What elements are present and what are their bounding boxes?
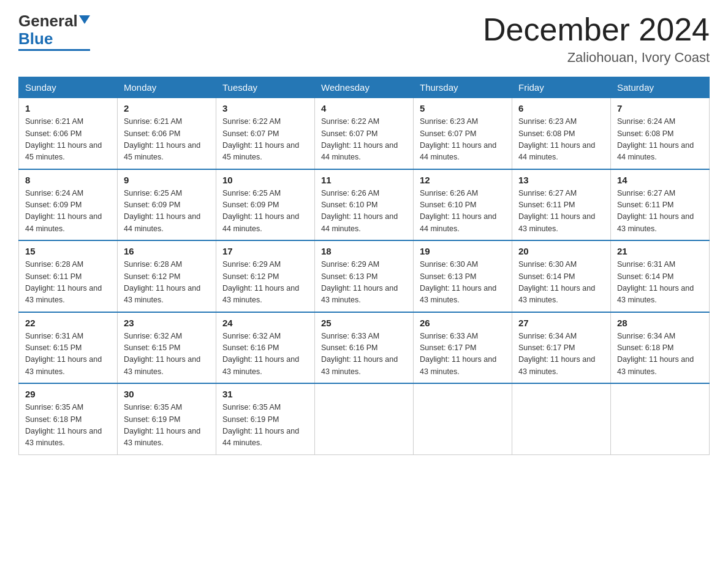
- calendar-cell: 30Sunrise: 6:35 AMSunset: 6:19 PMDayligh…: [118, 383, 216, 454]
- day-info: Sunrise: 6:32 AMSunset: 6:16 PMDaylight:…: [222, 331, 308, 378]
- header-sunday: Sunday: [19, 77, 118, 98]
- calendar-cell: 31Sunrise: 6:35 AMSunset: 6:19 PMDayligh…: [216, 383, 315, 454]
- calendar-cell: 5Sunrise: 6:23 AMSunset: 6:07 PMDaylight…: [414, 98, 512, 169]
- calendar-cell: 16Sunrise: 6:28 AMSunset: 6:12 PMDayligh…: [118, 240, 216, 312]
- calendar-week-row: 1Sunrise: 6:21 AMSunset: 6:06 PMDaylight…: [19, 98, 710, 169]
- day-info: Sunrise: 6:27 AMSunset: 6:11 PMDaylight:…: [617, 188, 703, 236]
- calendar-week-row: 22Sunrise: 6:31 AMSunset: 6:15 PMDayligh…: [19, 312, 710, 384]
- calendar-cell: 29Sunrise: 6:35 AMSunset: 6:18 PMDayligh…: [19, 383, 118, 454]
- calendar-week-row: 29Sunrise: 6:35 AMSunset: 6:18 PMDayligh…: [19, 383, 710, 454]
- day-info: Sunrise: 6:30 AMSunset: 6:14 PMDaylight:…: [518, 259, 604, 307]
- day-info: Sunrise: 6:29 AMSunset: 6:12 PMDaylight:…: [222, 259, 308, 307]
- day-info: Sunrise: 6:31 AMSunset: 6:15 PMDaylight:…: [25, 331, 111, 378]
- calendar-cell: 10Sunrise: 6:25 AMSunset: 6:09 PMDayligh…: [216, 169, 315, 241]
- day-number: 28: [617, 318, 703, 328]
- day-number: 12: [420, 175, 506, 185]
- day-info: Sunrise: 6:34 AMSunset: 6:18 PMDaylight:…: [617, 331, 703, 378]
- day-info: Sunrise: 6:22 AMSunset: 6:07 PMDaylight:…: [222, 116, 308, 164]
- calendar-cell: 2Sunrise: 6:21 AMSunset: 6:06 PMDaylight…: [118, 98, 216, 169]
- day-number: 8: [25, 175, 111, 185]
- day-info: Sunrise: 6:29 AMSunset: 6:13 PMDaylight:…: [321, 259, 407, 307]
- logo-triangle-icon: [79, 15, 90, 24]
- day-number: 13: [518, 175, 604, 185]
- day-number: 22: [25, 318, 111, 328]
- day-number: 4: [321, 103, 407, 113]
- calendar-cell: 12Sunrise: 6:26 AMSunset: 6:10 PMDayligh…: [414, 169, 512, 241]
- day-info: Sunrise: 6:23 AMSunset: 6:07 PMDaylight:…: [420, 116, 506, 164]
- day-info: Sunrise: 6:26 AMSunset: 6:10 PMDaylight:…: [420, 188, 506, 236]
- page-header: General Blue December 2024 Zaliohouan, I…: [18, 12, 710, 66]
- day-info: Sunrise: 6:35 AMSunset: 6:19 PMDaylight:…: [124, 402, 210, 450]
- calendar-cell: 19Sunrise: 6:30 AMSunset: 6:13 PMDayligh…: [414, 240, 512, 312]
- calendar-cell: 4Sunrise: 6:22 AMSunset: 6:07 PMDaylight…: [315, 98, 414, 169]
- day-number: 17: [222, 246, 308, 256]
- logo-underline: [18, 49, 90, 51]
- calendar-cell: 6Sunrise: 6:23 AMSunset: 6:08 PMDaylight…: [512, 98, 611, 169]
- day-number: 15: [25, 246, 111, 256]
- calendar-cell: 18Sunrise: 6:29 AMSunset: 6:13 PMDayligh…: [315, 240, 414, 312]
- day-number: 24: [222, 318, 308, 328]
- calendar-cell: 14Sunrise: 6:27 AMSunset: 6:11 PMDayligh…: [611, 169, 710, 241]
- calendar-cell: 23Sunrise: 6:32 AMSunset: 6:15 PMDayligh…: [118, 312, 216, 384]
- calendar-cell: 15Sunrise: 6:28 AMSunset: 6:11 PMDayligh…: [19, 240, 118, 312]
- header-saturday: Saturday: [611, 77, 710, 98]
- day-info: Sunrise: 6:31 AMSunset: 6:14 PMDaylight:…: [617, 259, 703, 307]
- calendar-cell: 21Sunrise: 6:31 AMSunset: 6:14 PMDayligh…: [611, 240, 710, 312]
- day-info: Sunrise: 6:21 AMSunset: 6:06 PMDaylight:…: [25, 116, 111, 164]
- day-number: 30: [124, 389, 210, 399]
- calendar-cell: [315, 383, 414, 454]
- header-tuesday: Tuesday: [216, 77, 315, 98]
- calendar-cell: 1Sunrise: 6:21 AMSunset: 6:06 PMDaylight…: [19, 98, 118, 169]
- day-number: 1: [25, 103, 111, 113]
- calendar-header-row: SundayMondayTuesdayWednesdayThursdayFrid…: [19, 77, 710, 98]
- calendar-cell: 20Sunrise: 6:30 AMSunset: 6:14 PMDayligh…: [512, 240, 611, 312]
- day-info: Sunrise: 6:33 AMSunset: 6:17 PMDaylight:…: [420, 331, 506, 378]
- day-number: 23: [124, 318, 210, 328]
- day-number: 21: [617, 246, 703, 256]
- calendar-cell: 11Sunrise: 6:26 AMSunset: 6:10 PMDayligh…: [315, 169, 414, 241]
- day-info: Sunrise: 6:28 AMSunset: 6:12 PMDaylight:…: [124, 259, 210, 307]
- day-info: Sunrise: 6:28 AMSunset: 6:11 PMDaylight:…: [25, 259, 111, 307]
- logo: General Blue: [18, 12, 90, 51]
- day-number: 26: [420, 318, 506, 328]
- calendar-cell: 9Sunrise: 6:25 AMSunset: 6:09 PMDaylight…: [118, 169, 216, 241]
- day-number: 5: [420, 103, 506, 113]
- calendar-week-row: 8Sunrise: 6:24 AMSunset: 6:09 PMDaylight…: [19, 169, 710, 241]
- day-info: Sunrise: 6:25 AMSunset: 6:09 PMDaylight:…: [222, 188, 308, 236]
- calendar-cell: 24Sunrise: 6:32 AMSunset: 6:16 PMDayligh…: [216, 312, 315, 384]
- logo-blue-text: Blue: [18, 30, 53, 48]
- day-info: Sunrise: 6:25 AMSunset: 6:09 PMDaylight:…: [124, 188, 210, 236]
- month-title: December 2024: [483, 12, 710, 47]
- day-number: 19: [420, 246, 506, 256]
- header-friday: Friday: [512, 77, 611, 98]
- day-info: Sunrise: 6:21 AMSunset: 6:06 PMDaylight:…: [124, 116, 210, 164]
- header-thursday: Thursday: [414, 77, 512, 98]
- day-number: 10: [222, 175, 308, 185]
- day-info: Sunrise: 6:35 AMSunset: 6:19 PMDaylight:…: [222, 402, 308, 450]
- day-info: Sunrise: 6:34 AMSunset: 6:17 PMDaylight:…: [518, 331, 604, 378]
- day-number: 31: [222, 389, 308, 399]
- header-wednesday: Wednesday: [315, 77, 414, 98]
- calendar-cell: 26Sunrise: 6:33 AMSunset: 6:17 PMDayligh…: [414, 312, 512, 384]
- calendar-cell: 7Sunrise: 6:24 AMSunset: 6:08 PMDaylight…: [611, 98, 710, 169]
- day-number: 14: [617, 175, 703, 185]
- location-subtitle: Zaliohouan, Ivory Coast: [483, 50, 710, 66]
- calendar-cell: [611, 383, 710, 454]
- day-number: 18: [321, 246, 407, 256]
- calendar-cell: 22Sunrise: 6:31 AMSunset: 6:15 PMDayligh…: [19, 312, 118, 384]
- title-area: December 2024 Zaliohouan, Ivory Coast: [483, 12, 710, 66]
- day-number: 3: [222, 103, 308, 113]
- day-number: 9: [124, 175, 210, 185]
- day-info: Sunrise: 6:32 AMSunset: 6:15 PMDaylight:…: [124, 331, 210, 378]
- calendar-table: SundayMondayTuesdayWednesdayThursdayFrid…: [18, 77, 710, 455]
- day-number: 7: [617, 103, 703, 113]
- day-number: 11: [321, 175, 407, 185]
- day-number: 25: [321, 318, 407, 328]
- day-info: Sunrise: 6:35 AMSunset: 6:18 PMDaylight:…: [25, 402, 111, 450]
- day-number: 2: [124, 103, 210, 113]
- header-monday: Monday: [118, 77, 216, 98]
- calendar-cell: 17Sunrise: 6:29 AMSunset: 6:12 PMDayligh…: [216, 240, 315, 312]
- calendar-cell: 8Sunrise: 6:24 AMSunset: 6:09 PMDaylight…: [19, 169, 118, 241]
- day-info: Sunrise: 6:24 AMSunset: 6:09 PMDaylight:…: [25, 188, 111, 236]
- day-info: Sunrise: 6:30 AMSunset: 6:13 PMDaylight:…: [420, 259, 506, 307]
